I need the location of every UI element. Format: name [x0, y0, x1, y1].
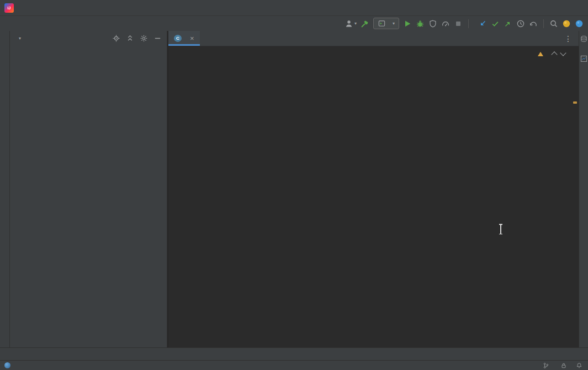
chevron-down-icon: ▾ — [393, 21, 395, 26]
avatar-icon[interactable] — [562, 19, 571, 28]
git-push-icon[interactable] — [504, 19, 512, 28]
status-bar — [0, 360, 588, 370]
chevron-down-icon: ▾ — [354, 21, 357, 26]
stop-icon — [454, 19, 463, 28]
history-icon[interactable] — [516, 19, 525, 28]
tool-tab-database[interactable] — [580, 35, 587, 45]
main-area: ▾ — [0, 31, 588, 347]
toolbar-divider — [543, 19, 544, 28]
profiler-icon[interactable] — [441, 19, 450, 28]
locate-file-icon[interactable] — [112, 34, 120, 42]
close-tab-icon[interactable]: × — [190, 34, 194, 42]
project-panel-header: ▾ — [10, 31, 167, 46]
rollback-icon[interactable] — [529, 19, 538, 28]
run-icon[interactable] — [403, 19, 412, 28]
editor-tab-demo02[interactable]: C × — [168, 31, 200, 46]
chevron-down-icon: ▾ — [19, 36, 21, 41]
bell-icon[interactable] — [576, 362, 582, 369]
notifications-icon[interactable] — [575, 19, 584, 28]
intellij-logo-icon: IJ — [4, 3, 14, 13]
git-update-icon[interactable] — [478, 19, 487, 28]
toolbar-divider — [468, 19, 469, 28]
next-problem-icon[interactable] — [560, 50, 566, 56]
run-config-selector[interactable]: ▾ — [373, 18, 399, 29]
branch-icon — [543, 362, 549, 369]
previous-problem-icon[interactable] — [551, 51, 557, 57]
user-icon[interactable]: ▾ — [345, 19, 357, 28]
inspection-widget[interactable] — [538, 51, 565, 57]
left-tool-strip — [0, 31, 10, 347]
tool-window-bar — [0, 347, 588, 360]
warning-icon — [538, 52, 543, 56]
mouse-cursor — [500, 224, 501, 234]
sync-status-icon — [4, 362, 10, 368]
collapse-all-icon[interactable] — [126, 34, 134, 42]
scrollbar-warning-mark — [573, 101, 577, 104]
database-icon — [580, 35, 587, 42]
coverage-icon[interactable] — [428, 19, 437, 28]
tool-tab-sciview[interactable] — [580, 55, 587, 65]
lock-icon[interactable] — [560, 362, 567, 369]
class-icon: C — [174, 35, 182, 42]
hide-panel-icon[interactable] — [153, 34, 162, 42]
editor-area: C × ⋮ — [168, 31, 579, 347]
project-tool-window: ▾ — [10, 31, 167, 347]
git-commit-icon[interactable] — [491, 19, 500, 28]
right-tool-strip — [579, 31, 588, 347]
search-icon[interactable] — [549, 19, 558, 28]
editor-body — [168, 46, 579, 347]
navigation-bar: ▾ ▾ — [0, 15, 588, 31]
app-icon — [378, 19, 386, 28]
code-area[interactable] — [168, 46, 579, 50]
title-bar: IJ — [0, 0, 588, 15]
debug-icon[interactable] — [416, 19, 425, 28]
ide-window: IJ ▾ ▾ — [0, 0, 588, 370]
git-branch[interactable] — [543, 362, 552, 369]
toolbar-actions: ▾ ▾ — [345, 18, 584, 29]
project-tree — [10, 46, 167, 347]
editor-tab-bar: C × ⋮ — [168, 31, 579, 46]
tab-options-icon[interactable]: ⋮ — [558, 34, 579, 43]
settings-gear-icon[interactable] — [140, 34, 148, 42]
sciview-icon — [580, 55, 587, 62]
build-tools-icon[interactable] — [361, 19, 369, 28]
